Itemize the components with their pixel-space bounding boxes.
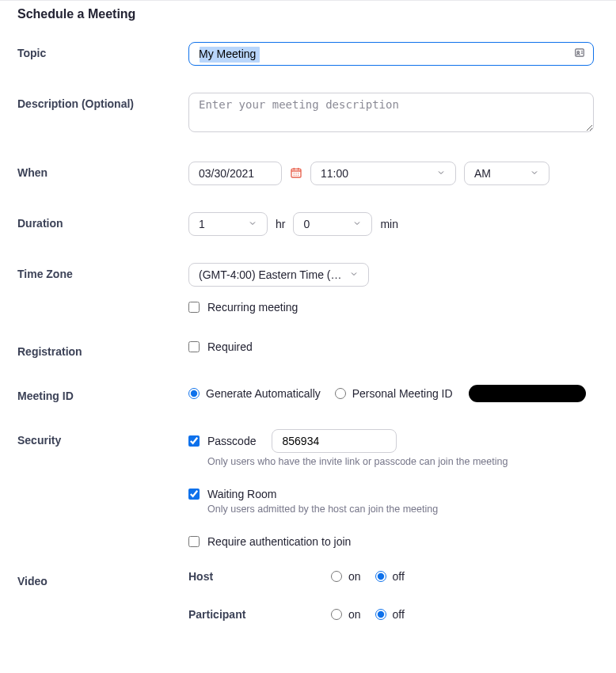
hr-unit: hr (276, 218, 285, 230)
min-unit: min (380, 218, 398, 230)
passcode-help: Only users who have the invite link or p… (207, 456, 594, 467)
meeting-id-auto-row[interactable]: Generate Automatically (188, 387, 321, 400)
security-label: Security (17, 429, 188, 447)
meeting-id-label: Meeting ID (17, 385, 188, 402)
duration-label: Duration (17, 212, 188, 230)
video-off-label-2: off (393, 608, 405, 621)
recurring-label: Recurring meeting (207, 301, 298, 314)
video-participant-off-radio[interactable] (375, 609, 386, 620)
chevron-down-icon (530, 167, 539, 180)
registration-required-checkbox[interactable] (188, 341, 200, 352)
calendar-icon[interactable] (290, 166, 302, 181)
video-off-label: off (393, 570, 405, 583)
video-host-on-row[interactable]: on (331, 570, 361, 583)
personal-meeting-id-value (469, 385, 586, 402)
video-label: Video (17, 570, 188, 587)
meeting-id-pmi-radio[interactable] (335, 388, 346, 399)
timezone-label: Time Zone (17, 263, 188, 280)
passcode-label: Passcode (207, 435, 256, 447)
video-on-label: on (348, 570, 361, 583)
video-host-on-radio[interactable] (331, 571, 342, 582)
chevron-down-icon (436, 167, 446, 180)
video-participant-off-row[interactable]: off (375, 608, 405, 621)
svg-point-1 (577, 51, 580, 54)
waiting-room-row[interactable]: Waiting Room (188, 488, 594, 500)
date-input[interactable] (188, 162, 282, 185)
video-on-label-2: on (348, 608, 361, 621)
description-input[interactable] (188, 93, 594, 132)
ampm-select[interactable]: AM (464, 162, 549, 185)
meeting-id-auto-label: Generate Automatically (206, 387, 321, 400)
registration-required-label: Required (207, 340, 253, 353)
registration-required-row[interactable]: Required (188, 340, 594, 353)
waiting-room-label: Waiting Room (207, 488, 276, 500)
meeting-id-pmi-row[interactable]: Personal Meeting ID (335, 387, 453, 400)
topic-field[interactable] (188, 42, 594, 66)
time-select[interactable]: 11:00 (310, 162, 456, 185)
contact-card-icon[interactable] (574, 48, 585, 61)
meeting-id-pmi-label: Personal Meeting ID (352, 387, 453, 400)
page-title: Schedule a Meeting (17, 7, 616, 21)
timezone-select[interactable]: (GMT-4:00) Eastern Time (US & Canada) (188, 263, 369, 287)
video-participant-on-radio[interactable] (331, 609, 342, 620)
description-label: Description (Optional) (17, 93, 188, 110)
meeting-id-auto-radio[interactable] (188, 388, 200, 399)
chevron-down-icon (248, 218, 257, 230)
duration-hours-select[interactable]: 1 (188, 212, 268, 236)
passcode-checkbox[interactable] (188, 435, 200, 447)
duration-minutes-select[interactable]: 0 (293, 212, 372, 236)
passcode-input[interactable] (272, 429, 397, 453)
recurring-checkbox-row[interactable]: Recurring meeting (188, 301, 594, 314)
video-host-off-row[interactable]: off (375, 570, 405, 583)
topic-input[interactable] (199, 48, 563, 60)
recurring-checkbox[interactable] (188, 302, 200, 313)
video-host-label: Host (188, 570, 331, 583)
waiting-room-checkbox[interactable] (188, 489, 200, 500)
require-auth-label: Require authentication to join (207, 535, 351, 548)
waiting-room-help: Only users admitted by the host can join… (207, 504, 594, 515)
chevron-down-icon (349, 268, 359, 281)
registration-label: Registration (17, 340, 188, 358)
chevron-down-icon (352, 218, 362, 230)
video-participant-on-row[interactable]: on (331, 608, 361, 621)
when-label: When (17, 162, 188, 179)
video-host-off-radio[interactable] (375, 571, 386, 582)
topic-label: Topic (17, 42, 188, 59)
video-participant-label: Participant (188, 608, 331, 621)
require-auth-checkbox[interactable] (188, 536, 200, 547)
require-auth-row[interactable]: Require authentication to join (188, 535, 594, 548)
